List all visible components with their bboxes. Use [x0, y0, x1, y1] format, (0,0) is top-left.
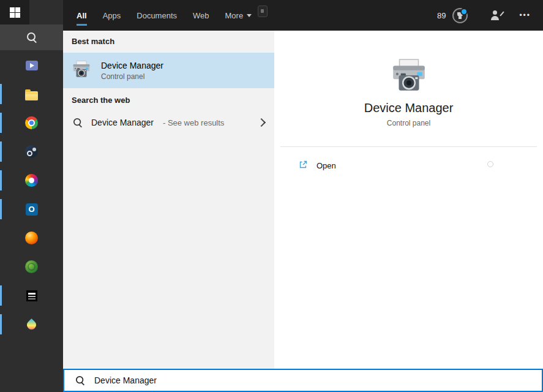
taskbar-pinned-apps: O [0, 51, 63, 339]
tab-apps-label: Apps [103, 11, 121, 20]
preview-subtitle: Control panel [274, 119, 543, 127]
tab-more[interactable]: More [225, 0, 252, 31]
tab-web-label: Web [193, 11, 209, 20]
open-external-icon [298, 160, 308, 172]
preview-panel: Device Manager Control panel Open [274, 31, 543, 369]
search-topbar: All Apps Documents Web More [63, 0, 543, 31]
notification-dot [460, 8, 468, 15]
tray-overlay-icon[interactable] [258, 6, 268, 17]
tab-documents[interactable]: Documents [137, 0, 177, 31]
device-manager-icon [71, 59, 92, 82]
web-result-query: Device Manager [91, 118, 154, 127]
taskbar-app-chrome[interactable] [0, 108, 63, 137]
best-match-heading: Best match [72, 37, 114, 46]
taskbar-app-outlook[interactable]: O [0, 195, 63, 224]
tab-all-label: All [77, 11, 87, 20]
tab-web[interactable]: Web [193, 0, 209, 31]
tab-more-label: More [225, 11, 244, 20]
search-bar [63, 369, 543, 392]
chevron-right-icon [257, 118, 266, 127]
device-manager-icon [389, 56, 429, 97]
taskbar-app-file-explorer[interactable] [0, 80, 63, 108]
taskbar-app-ddu[interactable] [0, 281, 63, 310]
web-result-hint: - See web results [163, 118, 224, 127]
tab-all[interactable]: All [77, 0, 87, 31]
browser-icon [25, 232, 38, 244]
rewards-trophy-icon [452, 8, 468, 23]
file-explorer-icon [25, 91, 38, 100]
open-label: Open [316, 161, 336, 170]
web-search-result[interactable]: Device Manager - See web results [63, 110, 274, 135]
search-the-web-heading: Search the web [72, 96, 130, 105]
tab-documents-label: Documents [137, 11, 177, 20]
rewards-points: 89 [437, 11, 446, 20]
topbar-right-cluster: 89 ••• [433, 0, 531, 31]
taskbar: O [0, 0, 63, 392]
taskbar-app-movies-tv[interactable] [0, 51, 63, 80]
faint-ring [487, 161, 493, 167]
chrome-icon [25, 116, 38, 129]
account-icon [490, 10, 501, 20]
taskbar-app-green[interactable] [0, 252, 63, 281]
search-flyout: All Apps Documents Web More [63, 0, 543, 392]
start-button[interactable] [0, 0, 29, 24]
open-action[interactable]: Open [298, 156, 336, 175]
taskbar-app-rgb[interactable] [0, 310, 63, 339]
divider [280, 146, 537, 147]
outlook-icon: O [26, 203, 38, 216]
more-options-button[interactable]: ••• [519, 11, 531, 20]
ddu-icon [26, 290, 38, 302]
chevron-down-icon [247, 14, 252, 17]
taskbar-app-steam[interactable] [0, 137, 63, 166]
search-input[interactable] [93, 369, 542, 391]
taskbar-app-browser[interactable] [0, 224, 63, 252]
search-filter-tabs: All Apps Documents Web More [77, 0, 252, 31]
search-icon [75, 375, 85, 385]
search-icon [73, 118, 83, 127]
preview-title: Device Manager [274, 100, 543, 115]
taskbar-app-media[interactable] [0, 166, 63, 195]
taskbar-search-button[interactable] [0, 24, 63, 50]
tab-apps[interactable]: Apps [103, 0, 121, 31]
pencil-icon [500, 11, 504, 16]
media-app-icon [25, 174, 38, 187]
results-panel: Best match [63, 31, 274, 369]
best-match-subtitle: Control panel [101, 72, 163, 81]
windows-logo-icon [10, 7, 20, 18]
steam-icon [25, 145, 38, 158]
droplet-icon [25, 318, 38, 331]
search-icon [26, 32, 37, 43]
best-match-result[interactable]: Device Manager Control panel [63, 53, 274, 88]
best-match-title: Device Manager [101, 61, 163, 70]
account-button[interactable] [486, 10, 504, 21]
green-app-icon [25, 260, 38, 273]
rewards-button[interactable]: 89 [433, 7, 471, 24]
movies-tv-icon [26, 61, 38, 70]
